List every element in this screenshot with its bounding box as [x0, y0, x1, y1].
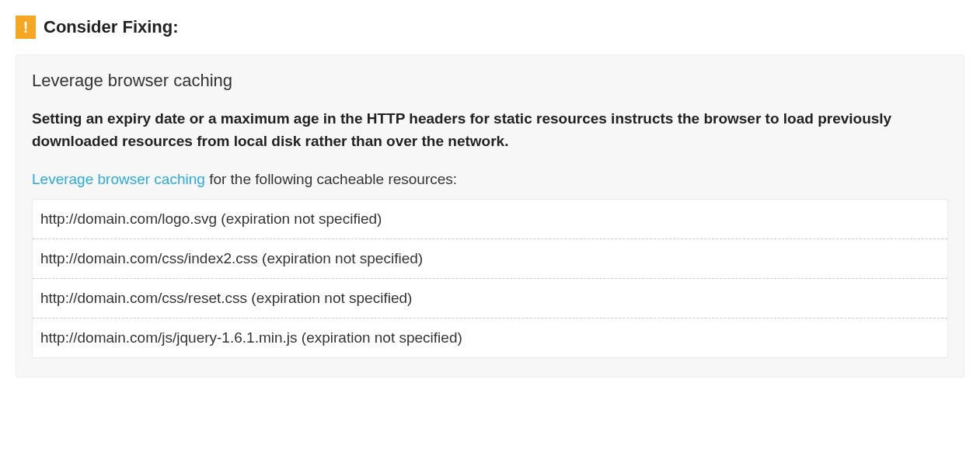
resource-list: http://domain.com/logo.svg (expiration n… [32, 199, 948, 358]
rule-description: Setting an expiry date or a maximum age … [32, 108, 948, 152]
section-header: ! Consider Fixing: [16, 16, 964, 39]
rule-content-box: Leverage browser caching Setting an expi… [16, 54, 964, 378]
resource-item: http://domain.com/logo.svg (expiration n… [33, 200, 947, 239]
resource-item: http://domain.com/js/jquery-1.6.1.min.js… [33, 318, 947, 357]
exclamation-icon: ! [16, 16, 36, 39]
resource-item: http://domain.com/css/index2.css (expira… [33, 239, 947, 279]
rule-instruction: Leverage browser caching for the followi… [32, 171, 948, 188]
instruction-suffix: for the following cacheable resources: [205, 171, 457, 187]
section-title: Consider Fixing: [44, 17, 179, 37]
rule-title: Leverage browser caching [32, 71, 948, 91]
resource-item: http://domain.com/css/reset.css (expirat… [33, 279, 947, 318]
leverage-caching-link[interactable]: Leverage browser caching [32, 171, 205, 187]
